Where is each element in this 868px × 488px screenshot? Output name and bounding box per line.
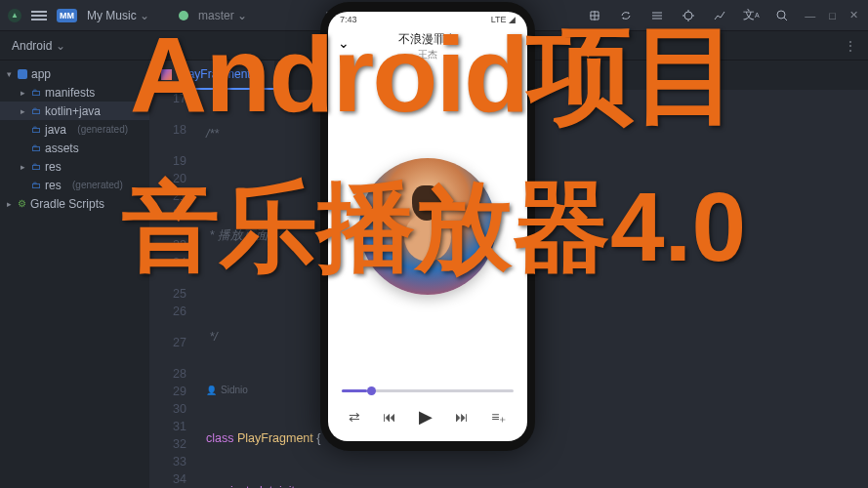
sync-icon[interactable] xyxy=(615,5,637,26)
folder-icon: 🗀 xyxy=(31,142,41,153)
album-art xyxy=(359,158,496,295)
more-options-icon[interactable]: ⋮ xyxy=(845,39,856,53)
device-emulator-frame: 7:43 LTE ◢ ⌄ 不浪漫罪名 王杰 ⇄ ⏮ ▶ ⏭ ≡₊ xyxy=(320,2,535,451)
chevron-right-icon: ▸ xyxy=(18,162,27,172)
queue-icon[interactable]: ≡₊ xyxy=(491,409,506,425)
kotlin-file-icon xyxy=(161,69,172,80)
branch-dropdown[interactable]: master ⌄ xyxy=(198,9,247,22)
tab-label: PlayFragment.kt xyxy=(178,67,263,81)
chevron-right-icon: ▸ xyxy=(4,199,14,209)
project-tree: ▾app ▸🗀manifests ▸🗀kotlin+java 🗀java (ge… xyxy=(0,61,149,488)
folder-icon: 🗀 xyxy=(31,180,41,190)
svg-point-1 xyxy=(777,11,785,19)
code-body: /** * 播放页面 */ Sidnio class PlayFragment … xyxy=(206,90,868,488)
app-logo-icon: ▲ xyxy=(8,9,21,22)
generated-suffix: (generated) xyxy=(77,124,128,135)
collapse-chevron-icon[interactable]: ⌄ xyxy=(338,35,350,51)
project-name-dropdown[interactable]: My Music ⌄ xyxy=(87,9,149,22)
project-badge: MM xyxy=(57,9,77,22)
folder-icon: 🗀 xyxy=(31,105,41,116)
window-minimize-icon[interactable]: — xyxy=(803,10,817,21)
window-close-icon[interactable]: ✕ xyxy=(847,9,860,21)
layout-inspector-icon[interactable] xyxy=(584,5,605,26)
folder-icon: 🗀 xyxy=(31,161,41,172)
translate-icon[interactable]: 文A xyxy=(740,5,762,26)
tree-kotlin-java[interactable]: ▸🗀kotlin+java xyxy=(0,102,149,120)
tree-label: res xyxy=(45,179,62,192)
tree-manifests[interactable]: ▸🗀manifests xyxy=(0,83,149,102)
generated-suffix: (generated) xyxy=(72,180,123,190)
tree-label: manifests xyxy=(45,86,95,100)
chevron-down-icon: ▾ xyxy=(4,69,14,79)
tree-label: res xyxy=(45,160,62,174)
profiler-icon[interactable] xyxy=(709,5,730,26)
chevron-right-icon: ▸ xyxy=(18,106,27,116)
progress-fill xyxy=(342,389,367,392)
project-name-label: My Music xyxy=(87,9,137,22)
tree-java-gen[interactable]: 🗀java (generated) xyxy=(0,120,149,139)
build-icon[interactable] xyxy=(646,5,668,26)
shuffle-icon[interactable]: ⇄ xyxy=(349,409,360,425)
run-debug-icon[interactable] xyxy=(678,5,699,26)
now-playing-header: ⌄ 不浪漫罪名 王杰 xyxy=(328,27,527,63)
folder-icon: 🗀 xyxy=(31,87,41,98)
tree-res-gen[interactable]: 🗀res (generated) xyxy=(0,176,149,194)
project-view-label: Android xyxy=(12,39,52,53)
search-icon[interactable] xyxy=(771,5,793,26)
svg-point-0 xyxy=(684,12,692,20)
tree-gradle[interactable]: ▸⚙Gradle Scripts xyxy=(0,194,149,213)
player-controls: ⇄ ⏮ ▶ ⏭ ≡₊ xyxy=(328,398,527,441)
status-time: 7:43 xyxy=(340,15,357,24)
vcs-status-dot-icon xyxy=(179,11,188,20)
folder-icon: 🗀 xyxy=(31,124,41,135)
branch-name-label: master xyxy=(198,9,234,22)
play-icon[interactable]: ▶ xyxy=(419,406,433,427)
song-title: 不浪漫罪名 xyxy=(328,31,527,48)
tree-label: kotlin+java xyxy=(45,104,101,118)
tree-label: app xyxy=(31,67,51,81)
author-hint: Sidnio xyxy=(206,382,248,399)
tree-assets[interactable]: 🗀assets xyxy=(0,139,149,157)
window-maximize-icon[interactable]: □ xyxy=(827,10,838,21)
play-progress[interactable] xyxy=(328,389,527,398)
emulator-screen[interactable]: 7:43 LTE ◢ ⌄ 不浪漫罪名 王杰 ⇄ ⏮ ▶ ⏭ ≡₊ xyxy=(328,12,527,441)
tree-label: Gradle Scripts xyxy=(30,197,104,211)
tree-app[interactable]: ▾app xyxy=(0,64,149,83)
line-gutter: 17 18 19 20 21 22 23 24 25 26 27 28 29 3… xyxy=(149,90,196,488)
tab-playfragment[interactable]: PlayFragment.kt xyxy=(149,61,274,90)
previous-track-icon[interactable]: ⏮ xyxy=(383,409,396,425)
phone-status-bar: 7:43 LTE ◢ xyxy=(328,12,527,27)
album-art-area xyxy=(328,63,527,389)
next-track-icon[interactable]: ⏭ xyxy=(455,409,469,425)
module-icon xyxy=(18,69,27,79)
tree-label: java xyxy=(45,123,66,137)
gradle-icon: ⚙ xyxy=(18,198,26,209)
chevron-right-icon: ▸ xyxy=(18,88,27,98)
tree-label: assets xyxy=(45,142,79,155)
song-artist: 王杰 xyxy=(328,48,527,61)
status-signal-icon: LTE ◢ xyxy=(491,15,516,24)
project-view-selector[interactable]: Android ⌄ xyxy=(12,39,65,53)
progress-track xyxy=(342,389,514,392)
progress-thumb-icon[interactable] xyxy=(367,386,376,395)
main-menu-hamburger-icon[interactable] xyxy=(31,11,47,20)
tree-res[interactable]: ▸🗀res xyxy=(0,157,149,176)
